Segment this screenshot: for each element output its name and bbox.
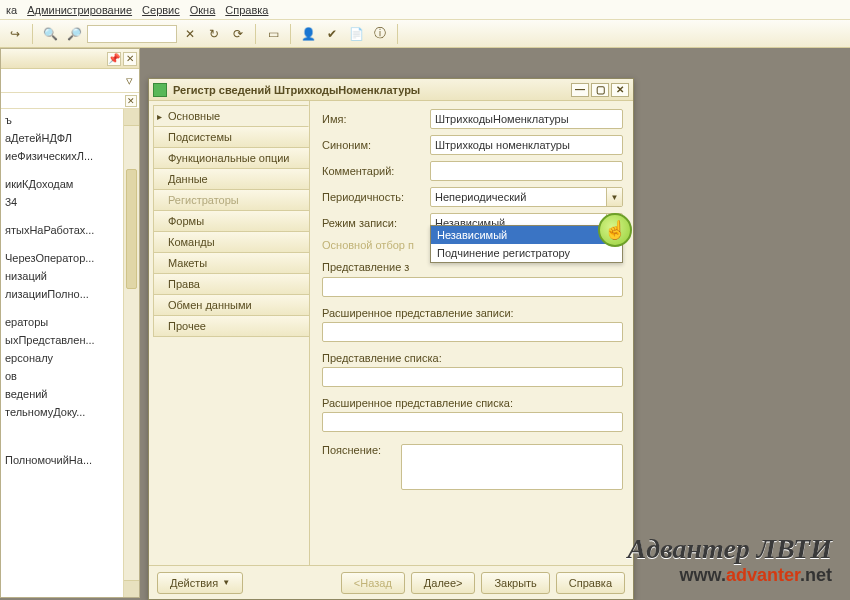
folder-search-icon[interactable]: 🔍 [39, 23, 61, 45]
close-button[interactable]: Закрыть [481, 572, 549, 594]
minimize-button[interactable]: — [571, 83, 589, 97]
periodicity-combo[interactable] [430, 187, 623, 207]
refresh-icon[interactable]: ↻ [203, 23, 225, 45]
dialog-title: Регистр сведений ШтрихкодыНоменклатуры [173, 84, 420, 96]
label-comment: Комментарий: [322, 165, 430, 177]
tab-templates[interactable]: Макеты [153, 252, 309, 274]
refresh-all-icon[interactable]: ⟳ [227, 23, 249, 45]
list-item[interactable]: ерсоналу [1, 349, 139, 367]
label-name: Имя: [322, 113, 430, 125]
tab-main[interactable]: Основные [153, 105, 309, 127]
actions-button[interactable]: Действия▼ [157, 572, 243, 594]
script-icon[interactable]: 📄 [345, 23, 367, 45]
chevron-down-icon[interactable]: ▼ [606, 188, 622, 206]
window-icon[interactable]: ▭ [262, 23, 284, 45]
dialog-footer: Действия▼ <Назад Далее> Закрыть Справка [149, 565, 633, 599]
clear-search-icon[interactable]: ✕ [179, 23, 201, 45]
comment-field[interactable] [430, 161, 623, 181]
search-icon[interactable]: 🔎 [63, 23, 85, 45]
list-item[interactable]: лизацииПолно... [1, 285, 139, 303]
register-dialog: Регистр сведений ШтрихкодыНоменклатуры —… [148, 78, 634, 600]
toolbar: ↪ 🔍 🔎 ✕ ↻ ⟳ ▭ 👤 ✔ 📄 ⓘ [0, 20, 850, 48]
info-icon[interactable]: ⓘ [369, 23, 391, 45]
menubar: ка Администрирование Сервис Окна Справка [0, 0, 850, 20]
list-item[interactable]: ЧерезОператор... [1, 249, 139, 267]
tab-data[interactable]: Данные [153, 168, 309, 190]
maximize-button[interactable]: ▢ [591, 83, 609, 97]
section-tabs: Основные Подсистемы Функциональные опции… [149, 101, 309, 565]
list-item[interactable]: ПолномочийНа... [1, 451, 139, 469]
list-item[interactable]: ъ [1, 111, 139, 129]
tab-subsystems[interactable]: Подсистемы [153, 126, 309, 148]
label-ext-record-presentation: Расширенное представление записи: [322, 307, 623, 319]
tab-commands[interactable]: Команды [153, 231, 309, 253]
label-main-filter: Основной отбор п [322, 239, 430, 251]
menu-item-help[interactable]: Справка [225, 4, 268, 16]
panel-filter-bar: ▿ [1, 69, 139, 93]
syntax-check-icon[interactable]: ✔ [321, 23, 343, 45]
watermark-url: www.advanter.net [628, 565, 832, 586]
nav-forward-icon[interactable]: ↪ [4, 23, 26, 45]
user-icon[interactable]: 👤 [297, 23, 319, 45]
label-write-mode: Режим записи: [322, 217, 430, 229]
tab-data-exchange[interactable]: Обмен данными [153, 294, 309, 316]
tab-forms[interactable]: Формы [153, 210, 309, 232]
ext-list-presentation-field[interactable] [322, 412, 623, 432]
list-item[interactable]: ыхПредставлен... [1, 331, 139, 349]
cursor-hand-icon: ☝ [598, 213, 632, 247]
config-tree[interactable]: ъ аДетейНДФЛ иеФизическихЛ... икиКДохода… [1, 109, 139, 597]
workspace: 📌 ✕ ▿ ✕ ъ аДетейНДФЛ иеФизическихЛ... ик… [0, 48, 850, 600]
list-item[interactable]: икиКДоходам [1, 175, 139, 193]
list-item[interactable]: низаций [1, 267, 139, 285]
label-explanation: Пояснение: [322, 444, 401, 456]
menu-item-service[interactable]: Сервис [142, 4, 180, 16]
tab-functional-options[interactable]: Функциональные опции [153, 147, 309, 169]
list-item[interactable]: аДетейНДФЛ [1, 129, 139, 147]
record-presentation-field[interactable] [322, 277, 623, 297]
menu-item-admin[interactable]: Администрирование [27, 4, 132, 16]
list-item[interactable]: ов [1, 367, 139, 385]
watermark: Адвантер ЛВТИ www.advanter.net [628, 533, 832, 586]
label-synonym: Синоним: [322, 139, 430, 151]
list-item[interactable]: ятыхНаРаботах... [1, 221, 139, 239]
close-button[interactable]: ✕ [611, 83, 629, 97]
back-button: <Назад [341, 572, 405, 594]
label-periodicity: Периодичность: [322, 191, 430, 203]
label-ext-list-presentation: Расширенное представление списка: [322, 397, 623, 409]
funnel-icon[interactable]: ▿ [126, 73, 133, 88]
toolbar-search-input[interactable] [87, 25, 177, 43]
list-item[interactable]: ераторы [1, 313, 139, 331]
dropdown-option[interactable]: Подчинение регистратору [431, 244, 622, 262]
watermark-title: Адвантер ЛВТИ [628, 533, 832, 565]
write-mode-dropdown[interactable]: Независимый Подчинение регистратору [430, 225, 623, 263]
name-field[interactable] [430, 109, 623, 129]
next-button[interactable]: Далее> [411, 572, 476, 594]
explanation-field[interactable] [401, 444, 623, 490]
list-presentation-field[interactable] [322, 367, 623, 387]
menu-item-windows[interactable]: Окна [190, 4, 216, 16]
dropdown-option[interactable]: Независимый [431, 226, 622, 244]
close-icon[interactable]: ✕ [123, 52, 137, 66]
list-item[interactable]: ведений [1, 385, 139, 403]
menu-item[interactable]: ка [6, 4, 17, 16]
label-list-presentation: Представление списка: [322, 352, 623, 364]
list-item[interactable]: 34 [1, 193, 139, 211]
dialog-titlebar[interactable]: Регистр сведений ШтрихкодыНоменклатуры —… [149, 79, 633, 101]
help-button[interactable]: Справка [556, 572, 625, 594]
panel-header: 📌 ✕ [1, 49, 139, 69]
tab-other[interactable]: Прочее [153, 315, 309, 337]
list-item[interactable]: тельномуДоку... [1, 403, 139, 421]
scrollbar[interactable] [123, 109, 139, 597]
scrollbar-thumb[interactable] [126, 169, 137, 289]
tab-rights[interactable]: Права [153, 273, 309, 295]
tab-registrators: Регистраторы [153, 189, 309, 211]
form-area: Имя: Синоним: Комментарий: Периодичность… [309, 101, 633, 565]
config-tree-panel: 📌 ✕ ▿ ✕ ъ аДетейНДФЛ иеФизическихЛ... ик… [0, 48, 140, 598]
list-item[interactable]: иеФизическихЛ... [1, 147, 139, 165]
close-icon[interactable]: ✕ [125, 95, 137, 107]
synonym-field[interactable] [430, 135, 623, 155]
pin-icon[interactable]: 📌 [107, 52, 121, 66]
chevron-down-icon: ▼ [222, 578, 230, 587]
ext-record-presentation-field[interactable] [322, 322, 623, 342]
panel-sub-header: ✕ [1, 93, 139, 109]
